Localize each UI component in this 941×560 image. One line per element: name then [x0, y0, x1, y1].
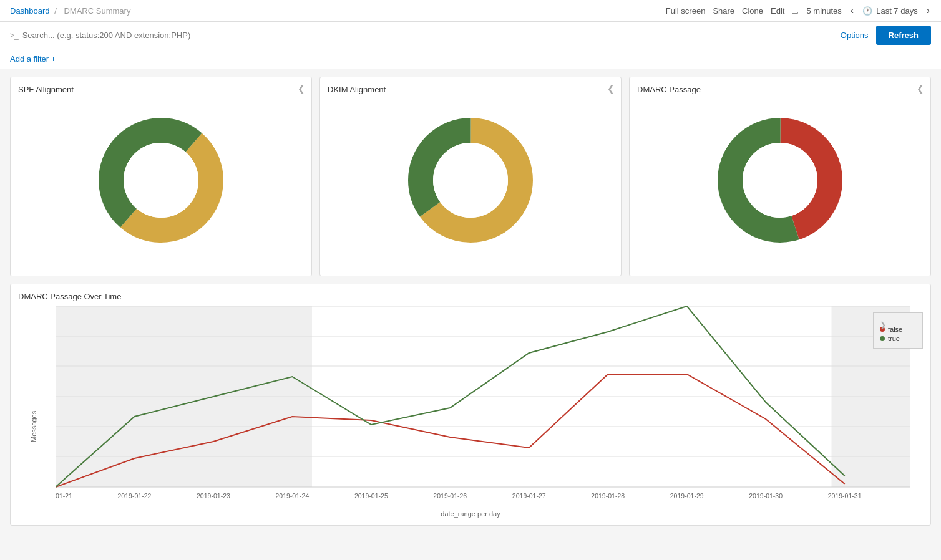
add-filter-link[interactable]: Add a filter + [10, 54, 56, 64]
line-chart-svg: 120,000 100,000 80,000 60,000 40,000 20,… [56, 306, 910, 506]
dkim-panel: DKIM Alignment ❮ [319, 77, 622, 276]
nav-next-btn[interactable]: › [925, 5, 931, 16]
svg-text:2019-01-24: 2019-01-24 [275, 493, 309, 500]
breadcrumb-separator: / [54, 6, 57, 16]
legend-true-label: true [888, 335, 900, 342]
breadcrumb-dashboard[interactable]: Dashboard [10, 6, 50, 16]
svg-text:2019-01-28: 2019-01-28 [591, 493, 625, 500]
nav-arrows: ‹ [849, 5, 855, 16]
svg-text:2019-01-29: 2019-01-29 [670, 493, 704, 500]
svg-text:2019-01-31: 2019-01-31 [828, 493, 862, 500]
dmarc-passage-panel: DMARC Passage ❮ [629, 77, 931, 276]
dkim-panel-title: DKIM Alignment [328, 85, 613, 94]
main-content: SPF Allignment ❮ DKIM Alignment ❮ [0, 69, 941, 533]
spf-menu-icon[interactable]: ❮ [298, 84, 305, 94]
breadcrumb: Dashboard / DMARC Summary [10, 6, 133, 16]
breadcrumb-current: DMARC Summary [64, 6, 130, 16]
filter-bar: Add a filter + [0, 49, 941, 69]
search-prompt: >_ [10, 31, 19, 40]
dkim-donut-container [328, 99, 613, 261]
svg-point-8 [743, 143, 817, 218]
svg-point-2 [124, 143, 198, 218]
nav-prev-btn[interactable]: ‹ [849, 5, 855, 16]
spf-panel: SPF Allignment ❮ [10, 77, 312, 276]
columns-icon[interactable]: ⎵ [792, 5, 799, 16]
dkim-menu-icon[interactable]: ❮ [607, 84, 615, 94]
legend-true-dot [880, 336, 885, 341]
share-btn[interactable]: Share [713, 6, 734, 16]
legend-false-label: false [888, 326, 902, 333]
svg-text:2019-01-22: 2019-01-22 [118, 493, 152, 500]
top-bar: Dashboard / DMARC Summary Full screen Sh… [0, 0, 941, 22]
svg-text:2019-01-21: 2019-01-21 [56, 493, 72, 500]
search-input-wrapper: >_ [10, 31, 841, 40]
x-axis-label: date_range per day [18, 510, 923, 518]
dmarc-panel-title: DMARC Passage [637, 85, 923, 94]
dmarc-donut-svg [711, 112, 849, 249]
time-range-display: 🕐 Last 7 days [862, 6, 918, 16]
dmarc-menu-icon[interactable]: ❮ [917, 84, 924, 94]
line-chart-panel: DMARC Passage Over Time Messages [10, 284, 931, 526]
fullscreen-btn[interactable]: Full screen [666, 6, 706, 16]
spf-donut-svg [92, 112, 230, 249]
edit-btn[interactable]: Edit [771, 6, 784, 16]
legend-nav-icon[interactable]: ❯ [880, 321, 886, 329]
svg-text:2019-01-25: 2019-01-25 [354, 493, 388, 500]
search-input[interactable] [22, 31, 841, 40]
y-axis-label: Messages [30, 411, 37, 442]
panels-row: SPF Allignment ❮ DKIM Alignment ❮ [10, 77, 931, 276]
spf-donut-container [18, 99, 304, 261]
spf-panel-title: SPF Allignment [18, 85, 304, 94]
search-bar: >_ Options Refresh [0, 22, 941, 49]
time-interval[interactable]: 5 minutes [806, 6, 841, 16]
svg-text:2019-01-27: 2019-01-27 [512, 493, 546, 500]
legend-true: true [880, 335, 916, 342]
top-actions: Full screen Share Clone Edit ⎵ 5 minutes… [666, 5, 931, 16]
dkim-donut-svg [402, 112, 539, 249]
svg-text:2019-01-23: 2019-01-23 [197, 493, 230, 500]
svg-text:2019-01-30: 2019-01-30 [749, 493, 783, 500]
clock-icon: 🕐 [862, 6, 872, 16]
options-link[interactable]: Options [841, 31, 869, 40]
svg-point-5 [433, 143, 508, 218]
clone-btn[interactable]: Clone [742, 6, 763, 16]
svg-text:2019-01-26: 2019-01-26 [433, 493, 467, 500]
line-chart-title: DMARC Passage Over Time [18, 292, 923, 301]
chart-legend: ❯ false true [873, 312, 923, 349]
time-range-label[interactable]: Last 7 days [876, 6, 918, 16]
nav-arrows-next: › [925, 5, 931, 16]
dmarc-donut-container [637, 99, 923, 261]
refresh-button[interactable]: Refresh [876, 26, 931, 45]
